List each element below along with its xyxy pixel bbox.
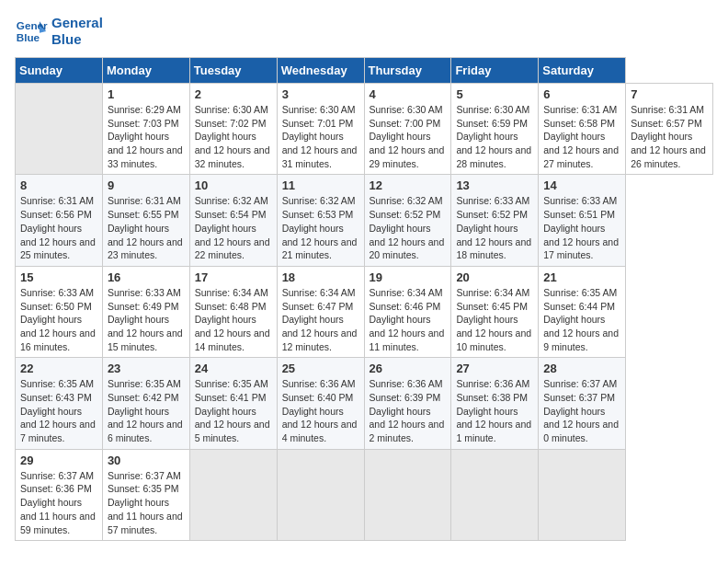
cell-info: Sunrise: 6:34 AMSunset: 6:48 PMDaylight …	[195, 287, 270, 352]
day-number: 5	[456, 87, 533, 101]
weekday-header: Monday	[102, 58, 189, 84]
cell-info: Sunrise: 6:34 AMSunset: 6:45 PMDaylight …	[456, 287, 531, 352]
cell-info: Sunrise: 6:33 AMSunset: 6:49 PMDaylight …	[108, 287, 183, 352]
calendar-cell	[364, 449, 451, 540]
cell-info: Sunrise: 6:31 AMSunset: 6:56 PMDaylight …	[20, 195, 96, 260]
cell-info: Sunrise: 6:31 AMSunset: 6:55 PMDaylight …	[108, 195, 183, 260]
day-number: 19	[370, 270, 447, 284]
calendar-cell	[16, 84, 103, 175]
calendar-cell: 2 Sunrise: 6:30 AMSunset: 7:02 PMDayligh…	[189, 84, 277, 175]
day-number: 21	[543, 270, 620, 284]
cell-info: Sunrise: 6:37 AMSunset: 6:35 PMDaylight …	[108, 470, 183, 535]
cell-info: Sunrise: 6:32 AMSunset: 6:54 PMDaylight …	[195, 195, 270, 260]
cell-info: Sunrise: 6:33 AMSunset: 6:52 PMDaylight …	[456, 195, 531, 260]
day-number: 28	[543, 362, 620, 375]
calendar-cell: 6 Sunrise: 6:31 AMSunset: 6:58 PMDayligh…	[539, 84, 626, 175]
cell-info: Sunrise: 6:30 AMSunset: 7:01 PMDaylight …	[282, 104, 358, 169]
calendar-cell: 1 Sunrise: 6:29 AMSunset: 7:03 PMDayligh…	[102, 84, 189, 175]
calendar-body: 1 Sunrise: 6:29 AMSunset: 7:03 PMDayligh…	[16, 84, 713, 541]
svg-text:Blue: Blue	[17, 31, 40, 43]
calendar-week-row: 8 Sunrise: 6:31 AMSunset: 6:56 PMDayligh…	[16, 175, 713, 266]
day-number: 1	[108, 87, 185, 101]
cell-info: Sunrise: 6:31 AMSunset: 6:58 PMDaylight …	[543, 104, 619, 169]
day-number: 29	[20, 454, 97, 467]
day-number: 3	[282, 87, 359, 101]
cell-info: Sunrise: 6:37 AMSunset: 6:37 PMDaylight …	[543, 378, 619, 443]
cell-info: Sunrise: 6:33 AMSunset: 6:50 PMDaylight …	[20, 287, 96, 352]
page-header: General Blue General Blue	[15, 15, 713, 48]
weekday-header: Wednesday	[277, 58, 364, 84]
calendar-week-row: 1 Sunrise: 6:29 AMSunset: 7:03 PMDayligh…	[16, 84, 713, 175]
weekday-header: Friday	[451, 58, 539, 84]
cell-info: Sunrise: 6:34 AMSunset: 6:47 PMDaylight …	[282, 287, 358, 352]
weekday-header: Tuesday	[189, 58, 277, 84]
cell-info: Sunrise: 6:36 AMSunset: 6:39 PMDaylight …	[370, 378, 445, 443]
calendar-cell: 3 Sunrise: 6:30 AMSunset: 7:01 PMDayligh…	[277, 84, 364, 175]
cell-info: Sunrise: 6:37 AMSunset: 6:36 PMDaylight …	[20, 470, 96, 535]
calendar-week-row: 15 Sunrise: 6:33 AMSunset: 6:50 PMDaylig…	[16, 266, 713, 357]
cell-info: Sunrise: 6:32 AMSunset: 6:53 PMDaylight …	[282, 195, 358, 260]
calendar-cell: 28 Sunrise: 6:37 AMSunset: 6:37 PMDaylig…	[539, 358, 626, 449]
cell-info: Sunrise: 6:35 AMSunset: 6:44 PMDaylight …	[543, 287, 619, 352]
cell-info: Sunrise: 6:35 AMSunset: 6:41 PMDaylight …	[195, 378, 270, 443]
cell-info: Sunrise: 6:36 AMSunset: 6:38 PMDaylight …	[456, 378, 531, 443]
day-number: 6	[543, 87, 620, 101]
calendar-cell: 24 Sunrise: 6:35 AMSunset: 6:41 PMDaylig…	[189, 358, 277, 449]
day-number: 8	[20, 178, 97, 192]
calendar-cell: 23 Sunrise: 6:35 AMSunset: 6:42 PMDaylig…	[102, 358, 189, 449]
calendar-cell: 26 Sunrise: 6:36 AMSunset: 6:39 PMDaylig…	[364, 358, 451, 449]
weekday-header: Thursday	[364, 58, 451, 84]
calendar-cell	[277, 449, 364, 540]
day-number: 30	[108, 454, 185, 467]
calendar-cell: 16 Sunrise: 6:33 AMSunset: 6:49 PMDaylig…	[102, 266, 189, 357]
day-number: 20	[456, 270, 533, 284]
calendar-cell	[451, 449, 539, 540]
cell-info: Sunrise: 6:30 AMSunset: 7:02 PMDaylight …	[195, 104, 270, 169]
day-number: 15	[20, 270, 97, 284]
calendar-cell: 8 Sunrise: 6:31 AMSunset: 6:56 PMDayligh…	[16, 175, 103, 266]
day-number: 17	[195, 270, 272, 284]
cell-info: Sunrise: 6:29 AMSunset: 7:03 PMDaylight …	[108, 104, 183, 169]
calendar-week-row: 22 Sunrise: 6:35 AMSunset: 6:43 PMDaylig…	[16, 358, 713, 449]
calendar-cell: 9 Sunrise: 6:31 AMSunset: 6:55 PMDayligh…	[102, 175, 189, 266]
day-number: 11	[282, 178, 359, 192]
day-number: 9	[108, 178, 185, 192]
calendar-cell: 22 Sunrise: 6:35 AMSunset: 6:43 PMDaylig…	[16, 358, 103, 449]
calendar-cell: 17 Sunrise: 6:34 AMSunset: 6:48 PMDaylig…	[189, 266, 277, 357]
calendar-cell: 25 Sunrise: 6:36 AMSunset: 6:40 PMDaylig…	[277, 358, 364, 449]
calendar-week-row: 29 Sunrise: 6:37 AMSunset: 6:36 PMDaylig…	[16, 449, 713, 540]
day-number: 7	[631, 87, 708, 101]
cell-info: Sunrise: 6:30 AMSunset: 6:59 PMDaylight …	[456, 104, 531, 169]
calendar-cell: 27 Sunrise: 6:36 AMSunset: 6:38 PMDaylig…	[451, 358, 539, 449]
day-number: 26	[370, 362, 447, 375]
calendar-cell: 21 Sunrise: 6:35 AMSunset: 6:44 PMDaylig…	[539, 266, 626, 357]
calendar-cell: 5 Sunrise: 6:30 AMSunset: 6:59 PMDayligh…	[451, 84, 539, 175]
logo-icon: General Blue	[15, 15, 48, 48]
day-number: 2	[195, 87, 272, 101]
calendar-cell: 11 Sunrise: 6:32 AMSunset: 6:53 PMDaylig…	[277, 175, 364, 266]
cell-info: Sunrise: 6:35 AMSunset: 6:43 PMDaylight …	[20, 378, 96, 443]
cell-info: Sunrise: 6:31 AMSunset: 6:57 PMDaylight …	[631, 104, 706, 169]
day-number: 4	[370, 87, 447, 101]
day-number: 23	[108, 362, 185, 375]
logo: General Blue General Blue	[15, 15, 103, 48]
day-number: 22	[20, 362, 97, 375]
calendar-cell: 13 Sunrise: 6:33 AMSunset: 6:52 PMDaylig…	[451, 175, 539, 266]
weekday-header: Sunday	[16, 58, 103, 84]
calendar-table: SundayMondayTuesdayWednesdayThursdayFrid…	[15, 57, 713, 541]
calendar-cell: 12 Sunrise: 6:32 AMSunset: 6:52 PMDaylig…	[364, 175, 451, 266]
day-number: 27	[456, 362, 533, 375]
calendar-cell: 29 Sunrise: 6:37 AMSunset: 6:36 PMDaylig…	[16, 449, 103, 540]
calendar-cell: 30 Sunrise: 6:37 AMSunset: 6:35 PMDaylig…	[102, 449, 189, 540]
calendar-cell: 15 Sunrise: 6:33 AMSunset: 6:50 PMDaylig…	[16, 266, 103, 357]
calendar-cell: 7 Sunrise: 6:31 AMSunset: 6:57 PMDayligh…	[626, 84, 713, 175]
calendar-cell: 20 Sunrise: 6:34 AMSunset: 6:45 PMDaylig…	[451, 266, 539, 357]
cell-info: Sunrise: 6:36 AMSunset: 6:40 PMDaylight …	[282, 378, 358, 443]
cell-info: Sunrise: 6:33 AMSunset: 6:51 PMDaylight …	[543, 195, 619, 260]
calendar-cell: 18 Sunrise: 6:34 AMSunset: 6:47 PMDaylig…	[277, 266, 364, 357]
day-number: 16	[108, 270, 185, 284]
cell-info: Sunrise: 6:35 AMSunset: 6:42 PMDaylight …	[108, 378, 183, 443]
calendar-cell: 19 Sunrise: 6:34 AMSunset: 6:46 PMDaylig…	[364, 266, 451, 357]
calendar-cell: 14 Sunrise: 6:33 AMSunset: 6:51 PMDaylig…	[539, 175, 626, 266]
day-number: 10	[195, 178, 272, 192]
